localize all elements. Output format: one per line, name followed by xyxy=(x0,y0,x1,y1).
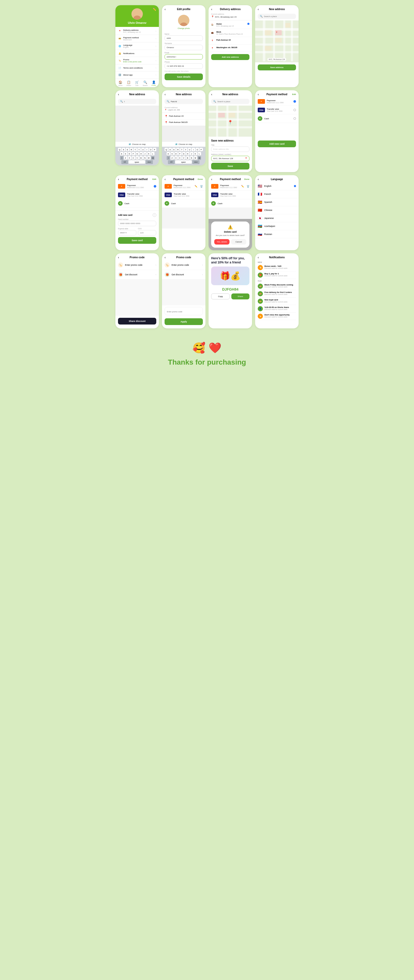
edit-button[interactable]: Edit xyxy=(292,93,296,95)
done-button[interactable]: Done xyxy=(198,178,203,180)
expiry-input[interactable] xyxy=(118,230,136,235)
addr-home[interactable]: 🏠 Home NYC, Broadway ave 15 xyxy=(209,21,252,29)
menu-about[interactable]: ℹ️ About app › xyxy=(115,72,159,78)
key-u[interactable]: U xyxy=(141,148,145,151)
copy-button[interactable]: Copy xyxy=(211,293,230,299)
card-number-input[interactable] xyxy=(118,221,156,226)
key-y[interactable]: Y xyxy=(137,148,141,151)
payment-wise[interactable]: VISA Transfer wise Visa Card 1111 3990 xyxy=(209,191,252,199)
promo-code-input[interactable] xyxy=(167,310,201,313)
payment-cash[interactable]: 💵 Cash xyxy=(115,199,159,208)
key-e[interactable]: E xyxy=(126,148,129,151)
back-button[interactable]: ‹ xyxy=(118,178,119,181)
key-a[interactable]: A xyxy=(169,148,172,151)
key-c[interactable]: C xyxy=(178,156,182,160)
key-backspace[interactable]: ⌫ xyxy=(151,156,154,160)
add-new-address-button[interactable]: Add new address xyxy=(211,54,250,60)
title-input[interactable]: Enter address title xyxy=(211,146,250,152)
key-return[interactable]: return xyxy=(192,160,199,164)
share-discount-button[interactable]: Share discount xyxy=(118,318,156,325)
key-d[interactable]: D xyxy=(174,152,178,156)
key-x[interactable]: X xyxy=(174,156,178,160)
choose-map-button[interactable]: 🗺️ Choose on map xyxy=(115,142,159,147)
save-address-button[interactable]: Save address xyxy=(258,64,296,70)
lang-japanese[interactable]: 🇯🇵 Japanese xyxy=(255,214,299,222)
key-i[interactable]: I xyxy=(192,148,195,151)
phone-input[interactable]: +1 345 678 900 24 xyxy=(164,64,203,69)
key-l[interactable]: L xyxy=(198,152,201,156)
key-shift[interactable]: ⇧ xyxy=(167,156,170,160)
key-d[interactable]: D xyxy=(128,152,131,156)
cancel-button[interactable]: Cancel xyxy=(231,239,246,245)
add-new-card-button[interactable]: Add new card xyxy=(258,140,296,147)
key-p[interactable]: P xyxy=(153,148,156,151)
yes-delete-button[interactable]: Yes, delete xyxy=(214,239,229,245)
payment-payoneer[interactable]: P Payoneer Mastercard 1111 3990 ✏️ 🗑️ xyxy=(209,182,252,191)
lang-english[interactable]: 🇺🇸 English xyxy=(255,182,299,190)
back-button[interactable]: ‹ xyxy=(164,178,166,181)
addr-park[interactable]: 📍 Park Avenue 15 xyxy=(209,37,252,45)
key-f[interactable]: F xyxy=(178,152,182,156)
payment-wise[interactable]: VISA Transfer wise Visa Card 1111 3990 xyxy=(162,191,205,199)
key-z[interactable]: Z xyxy=(170,156,174,160)
key-a2[interactable]: A xyxy=(167,152,170,156)
search-input[interactable] xyxy=(124,100,154,103)
key-m[interactable]: M xyxy=(147,156,151,160)
notif-opportunity[interactable]: 🏷️ Don't miss this opportunity Discount … xyxy=(258,313,296,320)
payment-wise[interactable]: VISA Transfer wise Visa Card 1111 3990 xyxy=(255,106,299,115)
back-button[interactable]: ‹ xyxy=(258,256,259,259)
back-button[interactable]: ‹ xyxy=(164,8,166,11)
key-y[interactable]: Y xyxy=(184,148,187,151)
key-k[interactable]: K xyxy=(194,152,197,156)
key-k[interactable]: K xyxy=(147,152,151,156)
key-q[interactable]: Q xyxy=(164,148,168,151)
key-j[interactable]: J xyxy=(143,152,147,156)
notif-blackfriday[interactable]: 🚚 Black Friday discounts coming Discount… xyxy=(258,283,296,290)
key-v[interactable]: V xyxy=(135,156,139,160)
back-button[interactable]: ‹ xyxy=(164,93,166,96)
promo-enter[interactable]: 🏷️ Enter promo code › xyxy=(115,260,159,270)
surname-input[interactable]: Omarov xyxy=(164,45,203,50)
key-t[interactable]: T xyxy=(134,148,137,151)
key-f[interactable]: F xyxy=(132,152,135,156)
key-s[interactable]: S xyxy=(170,152,174,156)
key-o[interactable]: O xyxy=(196,148,199,151)
key-c[interactable]: C xyxy=(132,156,135,160)
payment-payoneer[interactable]: P Payoneer Mastercard 1111 3990 xyxy=(115,182,159,191)
key-backspace[interactable]: ⌫ xyxy=(198,156,201,160)
back-button[interactable]: ‹ xyxy=(118,256,119,259)
email-input[interactable]: ulvinoma l xyxy=(164,54,203,59)
addr-input[interactable]: NYC, 5th Avenue 128 📍 xyxy=(211,156,250,161)
promo-discount[interactable]: 🎁 Get discount › xyxy=(162,270,205,280)
promo-enter[interactable]: 🏷️ Enter promo code › xyxy=(162,260,205,270)
key-a[interactable]: A xyxy=(122,148,125,151)
done-button[interactable]: Done xyxy=(244,178,250,180)
payment-cash[interactable]: 💵 Cash xyxy=(255,115,299,123)
addr-wash[interactable]: 📍 Washington str. 58/105 xyxy=(209,45,252,52)
name-input[interactable]: ulvin xyxy=(164,35,203,41)
payment-cash[interactable]: 💵 Cash xyxy=(162,199,205,208)
payment-wise[interactable]: VISA Transfer wise Visa Card 1111 3990 xyxy=(115,191,159,199)
nav-profile[interactable]: 👤Profile xyxy=(151,81,156,86)
promo-discount[interactable]: 🎁 Get discount › xyxy=(115,270,159,280)
key-r[interactable]: R xyxy=(130,148,133,151)
back-button[interactable]: ‹ xyxy=(258,8,259,11)
lang-azerbaijani[interactable]: 🇦🇿 Azerbaijani xyxy=(255,222,299,230)
key-j[interactable]: J xyxy=(190,152,193,156)
nav-orders[interactable]: 📋Orders xyxy=(126,81,131,86)
key-space[interactable]: space xyxy=(175,160,192,164)
menu-delivery[interactable]: 📍 Delivery address NYC, Broadway ave 15 … xyxy=(115,27,159,35)
back-button[interactable]: ‹ xyxy=(118,93,119,96)
key-h[interactable]: H xyxy=(140,152,143,156)
nav-search[interactable]: 🔍Search xyxy=(143,81,148,86)
notif-gloria[interactable]: 👖 %10-20-50 on Gloria Jeans Discount val… xyxy=(258,305,296,313)
back-button[interactable]: ‹ xyxy=(164,256,166,259)
edit-card-icon[interactable]: ✏️ xyxy=(241,185,244,188)
key-v[interactable]: V xyxy=(182,156,186,160)
choose-map-button[interactable]: 🗺️ Choose on map xyxy=(162,142,205,147)
search-input[interactable] xyxy=(171,100,201,103)
key-p[interactable]: P xyxy=(199,148,203,151)
key-i[interactable]: I xyxy=(145,148,148,151)
key-t[interactable]: T xyxy=(180,148,183,151)
menu-notifications[interactable]: 🔔 Notifications › xyxy=(115,50,159,57)
